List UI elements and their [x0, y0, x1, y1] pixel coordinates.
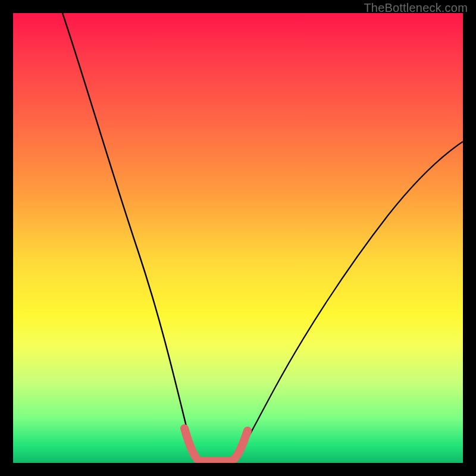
plot-area — [13, 13, 463, 463]
pink-overlay — [184, 428, 248, 461]
left-curve — [62, 13, 199, 463]
curve-layer — [13, 13, 463, 463]
right-curve — [233, 142, 463, 463]
chart-frame: TheBottleneck.com — [0, 0, 476, 476]
